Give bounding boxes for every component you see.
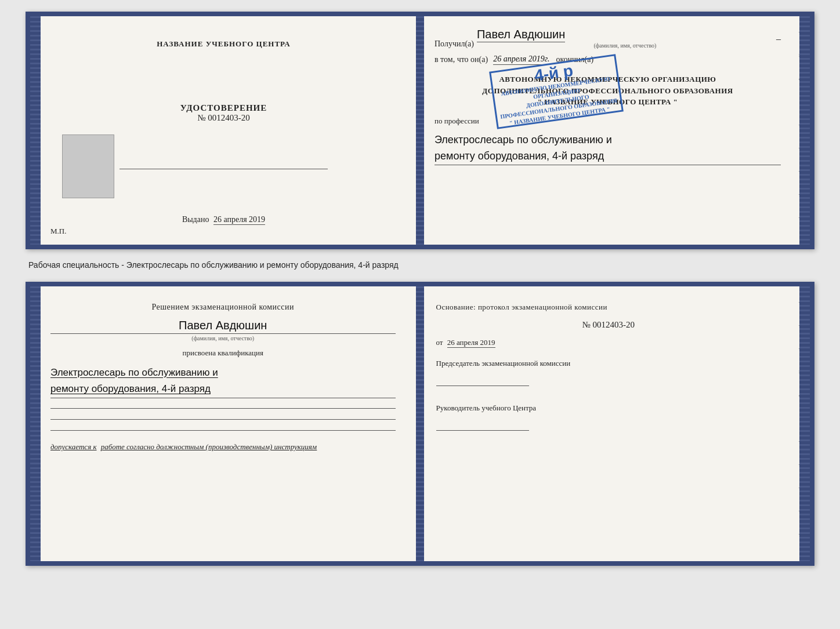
profession-line2: ремонту оборудования, 4-й разряд <box>435 148 781 165</box>
vydano-date: 26 апреля 2019 <box>213 215 265 225</box>
separator-content: Рабочая специальность - Электрослесарь п… <box>28 260 399 270</box>
bottom-spine <box>416 286 424 561</box>
po-professii-label: по профессии <box>435 117 781 126</box>
org-line1: АВТОНОМНУЮ НЕКОММЕРЧЕСКУЮ ОРГАНИЗАЦИЮ <box>435 74 781 85</box>
prisvoena-label: присвоена квалификация <box>50 348 396 358</box>
photo-placeholder <box>62 134 114 198</box>
doc-spine <box>416 16 424 245</box>
right-spine-strip-top <box>799 16 810 245</box>
predsedatel-block: Председатель экзаменационной комиссии <box>436 358 781 386</box>
vydano-label: Выдано <box>182 215 209 224</box>
bottom-name-section: Павел Авдюшин (фамилия, имя, отчество) <box>50 319 396 341</box>
school-name-top: НАЗВАНИЕ УЧЕБНОГО ЦЕНТРА <box>157 39 291 49</box>
fio-hint-bottom: (фамилия, имя, отчество) <box>50 335 396 341</box>
ot-date-value: 26 апреля 2019 <box>447 338 495 348</box>
recipient-name: Павел Авдюшин <box>477 28 565 42</box>
sig-line-3 <box>50 430 396 431</box>
completion-date: 26 апреля 2019г. <box>493 54 549 65</box>
resheniem-title: Решением экзаменационной комиссии <box>50 303 396 312</box>
sig-line-1 <box>50 408 396 409</box>
qual-line1: Электрослесарь по обслуживанию и <box>50 365 396 381</box>
bottom-doc-right: Основание: протокол экзаменационной коми… <box>416 286 810 561</box>
org-line2: ДОПОЛНИТЕЛЬНОГО ПРОФЕССИОНАЛЬНОГО ОБРАЗО… <box>435 85 781 97</box>
bottom-signature-lines <box>50 408 396 431</box>
sig-line-2 <box>50 419 396 420</box>
top-doc-right: Получил(а) Павел Авдюшин (фамилия, имя, … <box>417 16 810 245</box>
osnovanie-text: Основание: протокол экзаменационной коми… <box>436 303 781 312</box>
bottom-document: Решением экзаменационной комиссии Павел … <box>26 282 814 566</box>
mp-label: М.П. <box>50 227 66 236</box>
ot-date-block: от 26 апреля 2019 <box>436 338 781 347</box>
vydano-line: Выдано 26 апреля 2019 <box>182 215 265 224</box>
udostoverenie-section: УДОСТОВЕРЕНИЕ № 0012403-20 <box>180 103 267 123</box>
udostoverenie-label: УДОСТОВЕРЕНИЕ <box>180 103 267 113</box>
right-spine-strip-bottom <box>799 286 810 561</box>
doc-number-top: № 0012403-20 <box>180 113 267 123</box>
rukovoditel-block: Руководитель учебного Центра <box>436 403 781 431</box>
dopuskaetsya-text: работе согласно должностным (производств… <box>101 442 317 451</box>
top-doc-left: НАЗВАНИЕ УЧЕБНОГО ЦЕНТРА УДОСТОВЕРЕНИЕ №… <box>30 16 417 245</box>
bottom-recipient-name: Павел Авдюшин <box>50 319 396 334</box>
vtom-label: в том, что он(а) <box>435 55 488 64</box>
dopuskaetsya-prefix: допускается к <box>50 442 97 451</box>
dopuskaetsya-block: допускается к работе согласно должностны… <box>50 442 396 452</box>
okonchil-label: окончил(а) <box>556 55 593 64</box>
predsedatel-title: Председатель экзаменационной комиссии <box>436 358 781 369</box>
doc-number-bottom: № 0012403-20 <box>436 320 781 330</box>
poluchil-section: Получил(а) Павел Авдюшин (фамилия, имя, … <box>435 28 781 49</box>
fio-hint-top: (фамилия, имя, отчество) <box>477 42 773 49</box>
rukovoditel-title: Руководитель учебного Центра <box>436 403 781 413</box>
predsedatel-sig-line <box>436 375 529 386</box>
separator-text: Рабочая специальность - Электрослесарь п… <box>26 260 814 271</box>
poluchil-label: Получил(а) <box>435 39 474 49</box>
dash-top: – <box>776 34 781 49</box>
top-document: НАЗВАНИЕ УЧЕБНОГО ЦЕНТРА УДОСТОВЕРЕНИЕ №… <box>26 12 814 249</box>
bottom-doc-left: Решением экзаменационной комиссии Павел … <box>30 286 416 561</box>
profession-line1: Электрослесарь по обслуживанию и <box>435 132 781 148</box>
vtom-block: в том, что он(а) 26 апреля 2019г. окончи… <box>435 54 781 65</box>
org-block: АВТОНОМНУЮ НЕКОММЕРЧЕСКУЮ ОРГАНИЗАЦИЮ ДО… <box>435 74 781 108</box>
profession-text: Электрослесарь по обслуживанию и ремонту… <box>435 132 781 166</box>
qual-line2: ремонту оборудования, 4-й разряд <box>50 381 396 398</box>
org-line3: " НАЗВАНИЕ УЧЕБНОГО ЦЕНТРА " <box>435 96 781 108</box>
qualification-text: Электрослесарь по обслуживанию и ремонту… <box>50 365 396 399</box>
ot-prefix: от <box>436 338 443 347</box>
rukovoditel-sig-line <box>436 419 529 431</box>
